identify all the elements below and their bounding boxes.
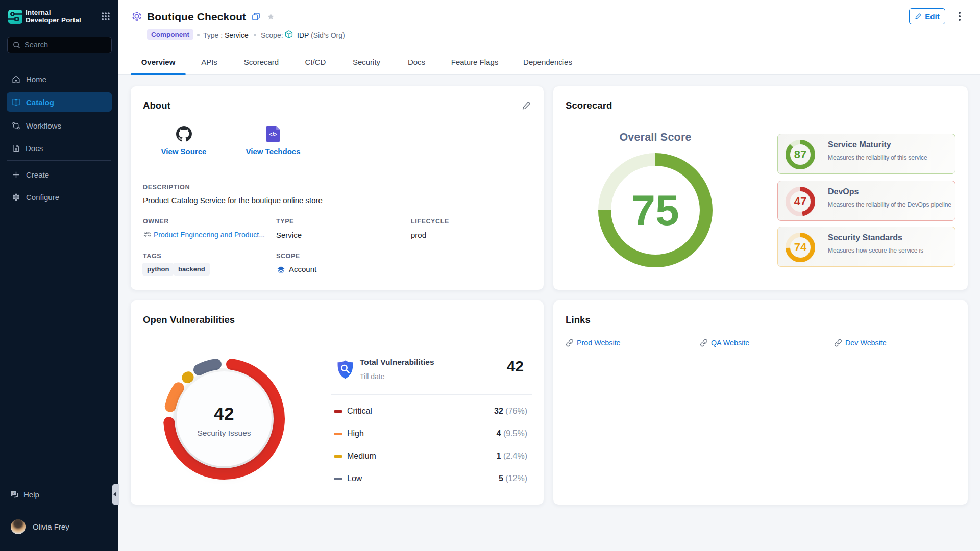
svg-text:</>: </> — [269, 131, 277, 137]
svg-text:?: ? — [13, 491, 15, 494]
